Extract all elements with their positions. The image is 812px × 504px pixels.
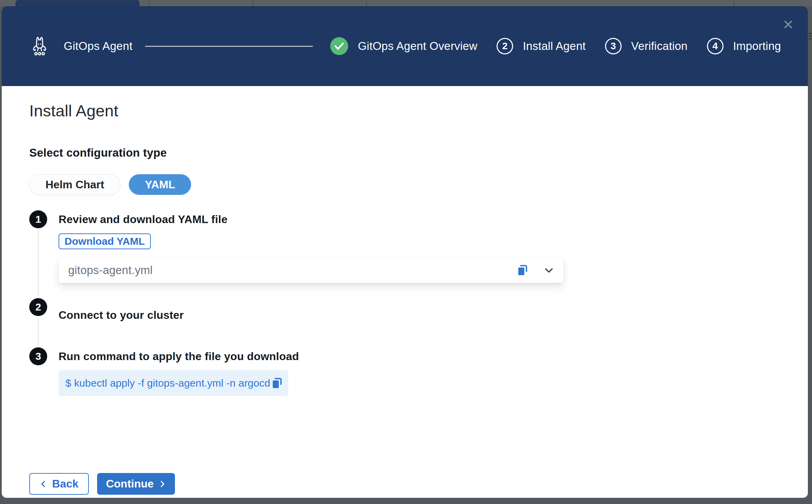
stepper-label: GitOps Agent Overview — [358, 40, 477, 53]
install-steps: 1 Review and download YAML file Download… — [29, 210, 780, 396]
stepper-item-verification[interactable]: 3 Verification — [605, 38, 688, 54]
continue-button-label: Continue — [106, 477, 154, 490]
wizard-title: GitOps Agent — [64, 40, 133, 53]
yaml-file-accordion[interactable]: gitops-agent.yml — [59, 257, 563, 283]
header-divider-line — [145, 46, 313, 47]
step-number-circle: 1 — [29, 210, 47, 228]
back-button[interactable]: Back — [29, 473, 89, 495]
step-3-title: Run command to apply the file you downlo… — [59, 347, 780, 365]
background-browser-strip — [0, 0, 812, 6]
background-tab-separator — [734, 1, 735, 6]
gitops-agent-wizard-modal: GitOps Agent GitOps Agent Overview 2 Ins… — [2, 6, 808, 498]
wizard-footer: Back Continue — [29, 473, 780, 498]
download-yaml-button[interactable]: Download YAML — [59, 233, 151, 249]
stepper-item-overview[interactable]: GitOps Agent Overview — [330, 37, 477, 55]
wizard-body: Install Agent Select configuration type … — [2, 86, 808, 498]
background-tab-separator — [149, 1, 149, 6]
config-option-helm-chart[interactable]: Helm Chart — [29, 174, 121, 195]
background-tab — [15, 0, 139, 6]
stepper-item-importing[interactable]: 4 Importing — [707, 38, 781, 54]
config-type-label: Select configuration type — [29, 146, 780, 159]
background-tab-separator — [366, 1, 367, 6]
back-button-label: Back — [52, 477, 79, 490]
stepper-label: Install Agent — [523, 40, 585, 53]
install-step-2: 2 Connect to your cluster — [29, 298, 780, 347]
argo-octopus-logo-icon — [29, 35, 51, 57]
chevron-down-icon[interactable] — [543, 265, 554, 276]
step-number-badge: 4 — [707, 38, 723, 54]
install-step-1: 1 Review and download YAML file Download… — [29, 210, 780, 298]
copy-icon[interactable] — [270, 377, 283, 390]
step-number-badge: 3 — [605, 38, 622, 54]
background-page-edge — [808, 6, 812, 504]
chevron-left-icon — [40, 480, 47, 488]
kubectl-command-box: $ kubectl apply -f gitops-agent.yml -n a… — [59, 370, 288, 396]
page-title: Install Agent — [29, 101, 780, 120]
step-number-circle: 3 — [29, 347, 47, 365]
close-icon[interactable] — [783, 19, 793, 30]
stepper-label: Importing — [733, 40, 781, 53]
continue-button[interactable]: Continue — [97, 473, 175, 495]
step-1-title: Review and download YAML file — [59, 210, 780, 228]
config-type-options: Helm Chart YAML — [29, 174, 780, 195]
yaml-file-name: gitops-agent.yml — [68, 264, 516, 277]
step-number-circle: 2 — [29, 298, 47, 316]
stepper-label: Verification — [631, 40, 688, 53]
step-2-title: Connect to your cluster — [59, 306, 780, 324]
install-step-3: 3 Run command to apply the file you down… — [29, 347, 780, 396]
step-number-badge: 2 — [497, 38, 513, 54]
config-option-yaml[interactable]: YAML — [129, 174, 191, 195]
wizard-header: GitOps Agent GitOps Agent Overview 2 Ins… — [2, 6, 808, 86]
background-tab-separator — [252, 1, 253, 6]
chevron-right-icon — [158, 480, 166, 488]
copy-icon[interactable] — [516, 264, 529, 277]
stepper-item-install-agent[interactable]: 2 Install Agent — [497, 38, 585, 54]
step-complete-check-icon — [330, 37, 348, 55]
wizard-stepper: GitOps Agent Overview 2 Install Agent 3 … — [330, 37, 781, 55]
kubectl-command-text: $ kubectl apply -f gitops-agent.yml -n a… — [65, 377, 270, 389]
